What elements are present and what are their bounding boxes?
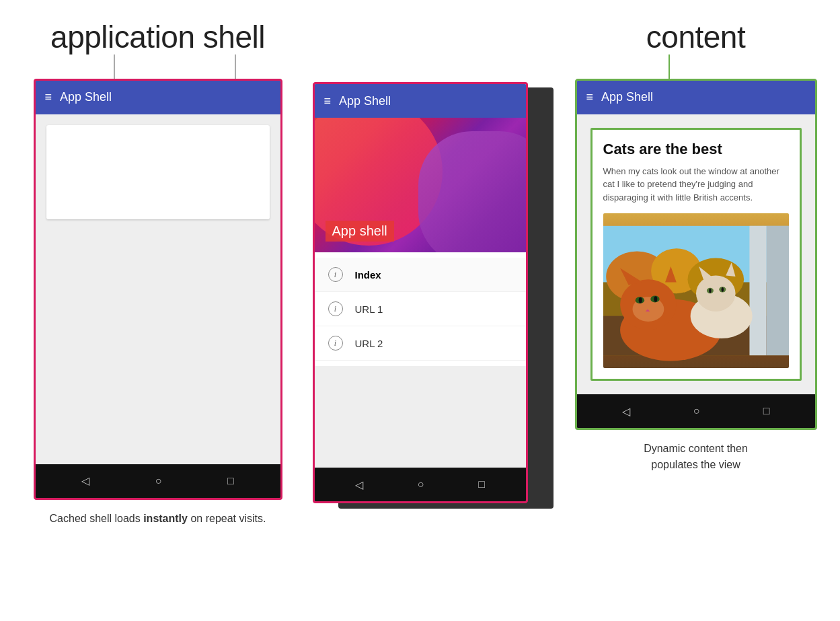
right-caption-line1: Dynamic content then [644, 443, 748, 454]
right-phone: ≡ App Shell Cats are the best When my ca… [575, 79, 817, 431]
content-title: Cats are the best [603, 141, 789, 158]
svg-point-19 [654, 296, 657, 301]
svg-point-26 [709, 289, 711, 293]
back-icon-right: ◁ [622, 405, 630, 418]
back-icon-middle: ◁ [355, 478, 363, 491]
middle-phone-body: App shell i Index i URL 1 i U [315, 118, 526, 468]
white-card-placeholder [46, 125, 270, 219]
svg-rect-6 [766, 226, 788, 355]
drawer-header-image: App shell [315, 118, 526, 252]
cat-image-svg [603, 213, 789, 368]
left-app-bar: ≡ App Shell [36, 81, 280, 114]
recent-icon-middle: □ [478, 478, 485, 490]
svg-point-22 [696, 276, 736, 312]
right-app-bar-title: App Shell [601, 90, 653, 104]
right-caption-line2: populates the view [651, 459, 740, 470]
left-nav-bar: ◁ ○ □ [36, 464, 280, 498]
right-caption: Dynamic content then populates the view [644, 441, 748, 473]
drawer-item-url2-label: URL 2 [355, 338, 383, 349]
drawer-item-url1: i URL 1 [315, 292, 526, 326]
svg-point-17 [638, 297, 642, 303]
left-phone-body [36, 114, 280, 464]
cat-image [603, 213, 789, 368]
hamburger-icon-left: ≡ [45, 90, 52, 104]
drawer-item-index-label: Index [355, 269, 381, 281]
info-icon-url1: i [328, 301, 343, 316]
hamburger-icon-right: ≡ [586, 90, 594, 104]
home-icon-middle: ○ [418, 478, 424, 490]
info-icon-index: i [328, 267, 343, 282]
content-card: Cats are the best When my cats look out … [590, 128, 802, 381]
hamburger-icon-middle: ≡ [324, 94, 332, 108]
recent-icon-left: □ [227, 475, 234, 487]
svg-point-28 [721, 287, 723, 292]
drawer-item-index: i Index [315, 258, 526, 292]
middle-app-bar-title: App Shell [339, 94, 391, 108]
left-caption: Cached shell loads instantly on repeat v… [50, 511, 266, 527]
right-nav-bar: ◁ ○ □ [577, 394, 815, 428]
drawer-list: i Index i URL 1 i URL 2 [315, 252, 526, 366]
content-header-label: content [646, 20, 745, 54]
app-shell-header-label: application shell [50, 20, 265, 54]
back-icon-left: ◁ [81, 474, 89, 487]
right-app-bar: ≡ App Shell [577, 81, 815, 114]
svg-rect-7 [749, 226, 766, 355]
drawer-item-url2: i URL 2 [315, 326, 526, 361]
home-icon-right: ○ [693, 405, 700, 417]
middle-phone: ≡ App Shell App shell i Index i [313, 82, 528, 503]
left-phone: ≡ App Shell ◁ ○ □ [34, 79, 282, 500]
right-phone-body: Cats are the best When my cats look out … [577, 114, 815, 395]
content-text: When my cats look out the window at anot… [603, 165, 789, 205]
left-app-bar-title: App Shell [60, 90, 112, 104]
middle-phone-wrapper: ≡ App Shell App shell i Index i [313, 82, 541, 503]
home-icon-left: ○ [155, 475, 162, 487]
middle-app-bar: ≡ App Shell [315, 84, 526, 118]
drawer-item-url1-label: URL 1 [355, 303, 383, 315]
drawer-label: App shell [326, 221, 394, 242]
recent-icon-right: □ [763, 405, 770, 417]
instantly-emphasis: instantly [143, 513, 188, 524]
info-icon-url2: i [328, 336, 343, 351]
middle-nav-bar: ◁ ○ □ [315, 468, 526, 501]
